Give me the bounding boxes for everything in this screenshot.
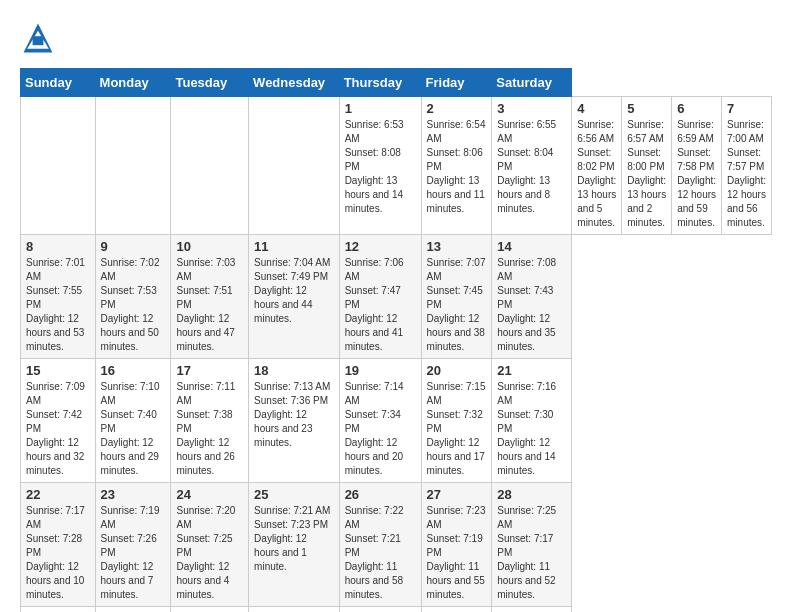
calendar-cell: 6 Sunrise: 6:59 AM Sunset: 7:58 PM Dayli…: [672, 97, 722, 235]
day-info: Sunrise: 7:22 AM Sunset: 7:21 PM Dayligh…: [345, 504, 416, 602]
day-info: Sunrise: 7:02 AM Sunset: 7:53 PM Dayligh…: [101, 256, 166, 354]
day-info: Sunrise: 7:14 AM Sunset: 7:34 PM Dayligh…: [345, 380, 416, 478]
calendar-cell: 21 Sunrise: 7:16 AM Sunset: 7:30 PM Dayl…: [492, 359, 572, 483]
calendar-cell: [249, 97, 340, 235]
col-header-wednesday: Wednesday: [249, 69, 340, 97]
calendar-cell: 26 Sunrise: 7:22 AM Sunset: 7:21 PM Dayl…: [339, 483, 421, 607]
svg-rect-2: [33, 36, 44, 45]
calendar-cell: [249, 607, 340, 613]
day-number: 7: [727, 101, 766, 116]
calendar-cell: 3 Sunrise: 6:55 AM Sunset: 8:04 PM Dayli…: [492, 97, 572, 235]
calendar-cell: [492, 607, 572, 613]
calendar-cell: 8 Sunrise: 7:01 AM Sunset: 7:55 PM Dayli…: [21, 235, 96, 359]
calendar-cell: 27 Sunrise: 7:23 AM Sunset: 7:19 PM Dayl…: [421, 483, 492, 607]
day-info: Sunrise: 6:54 AM Sunset: 8:06 PM Dayligh…: [427, 118, 487, 216]
day-number: 22: [26, 487, 90, 502]
day-number: 19: [345, 363, 416, 378]
calendar-cell: 1 Sunrise: 6:53 AM Sunset: 8:08 PM Dayli…: [339, 97, 421, 235]
day-info: Sunrise: 6:55 AM Sunset: 8:04 PM Dayligh…: [497, 118, 566, 216]
page-header: [20, 20, 772, 56]
day-info: Sunrise: 7:10 AM Sunset: 7:40 PM Dayligh…: [101, 380, 166, 478]
day-number: 10: [176, 239, 243, 254]
calendar-cell: 17 Sunrise: 7:11 AM Sunset: 7:38 PM Dayl…: [171, 359, 249, 483]
col-header-monday: Monday: [95, 69, 171, 97]
week-row-5: 29 Sunrise: 7:26 AM Sunset: 7:15 PM Dayl…: [21, 607, 772, 613]
day-info: Sunrise: 7:20 AM Sunset: 7:25 PM Dayligh…: [176, 504, 243, 602]
day-number: 21: [497, 363, 566, 378]
col-header-tuesday: Tuesday: [171, 69, 249, 97]
day-info: Sunrise: 7:15 AM Sunset: 7:32 PM Dayligh…: [427, 380, 487, 478]
logo-icon: [20, 20, 56, 56]
day-number: 16: [101, 363, 166, 378]
day-info: Sunrise: 7:11 AM Sunset: 7:38 PM Dayligh…: [176, 380, 243, 478]
day-number: 24: [176, 487, 243, 502]
calendar-cell: 18 Sunrise: 7:13 AM Sunset: 7:36 PM Dayl…: [249, 359, 340, 483]
day-number: 8: [26, 239, 90, 254]
calendar-cell: 30 Sunrise: 7:27 AM Sunset: 7:13 PM Dayl…: [95, 607, 171, 613]
calendar-cell: 29 Sunrise: 7:26 AM Sunset: 7:15 PM Dayl…: [21, 607, 96, 613]
calendar-cell: 24 Sunrise: 7:20 AM Sunset: 7:25 PM Dayl…: [171, 483, 249, 607]
day-info: Sunrise: 7:03 AM Sunset: 7:51 PM Dayligh…: [176, 256, 243, 354]
day-number: 17: [176, 363, 243, 378]
day-number: 11: [254, 239, 334, 254]
col-header-thursday: Thursday: [339, 69, 421, 97]
day-info: Sunrise: 7:09 AM Sunset: 7:42 PM Dayligh…: [26, 380, 90, 478]
calendar-cell: [95, 97, 171, 235]
calendar-cell: 14 Sunrise: 7:08 AM Sunset: 7:43 PM Dayl…: [492, 235, 572, 359]
calendar-cell: 23 Sunrise: 7:19 AM Sunset: 7:26 PM Dayl…: [95, 483, 171, 607]
day-info: Sunrise: 7:08 AM Sunset: 7:43 PM Dayligh…: [497, 256, 566, 354]
day-number: 9: [101, 239, 166, 254]
day-number: 20: [427, 363, 487, 378]
calendar-cell: 22 Sunrise: 7:17 AM Sunset: 7:28 PM Dayl…: [21, 483, 96, 607]
calendar-cell: [21, 97, 96, 235]
day-number: 6: [677, 101, 716, 116]
calendar-cell: 28 Sunrise: 7:25 AM Sunset: 7:17 PM Dayl…: [492, 483, 572, 607]
day-number: 4: [577, 101, 616, 116]
calendar-cell: 19 Sunrise: 7:14 AM Sunset: 7:34 PM Dayl…: [339, 359, 421, 483]
day-number: 14: [497, 239, 566, 254]
day-info: Sunrise: 7:19 AM Sunset: 7:26 PM Dayligh…: [101, 504, 166, 602]
calendar-cell: [339, 607, 421, 613]
day-number: 2: [427, 101, 487, 116]
day-number: 13: [427, 239, 487, 254]
calendar-cell: 16 Sunrise: 7:10 AM Sunset: 7:40 PM Dayl…: [95, 359, 171, 483]
day-info: Sunrise: 6:53 AM Sunset: 8:08 PM Dayligh…: [345, 118, 416, 216]
day-info: Sunrise: 6:59 AM Sunset: 7:58 PM Dayligh…: [677, 118, 716, 230]
calendar-header-row: SundayMondayTuesdayWednesdayThursdayFrid…: [21, 69, 772, 97]
calendar-cell: 13 Sunrise: 7:07 AM Sunset: 7:45 PM Dayl…: [421, 235, 492, 359]
calendar-cell: [171, 97, 249, 235]
calendar-cell: [171, 607, 249, 613]
day-number: 28: [497, 487, 566, 502]
day-info: Sunrise: 7:13 AM Sunset: 7:36 PM Dayligh…: [254, 380, 334, 450]
day-info: Sunrise: 6:56 AM Sunset: 8:02 PM Dayligh…: [577, 118, 616, 230]
col-header-saturday: Saturday: [492, 69, 572, 97]
day-info: Sunrise: 7:25 AM Sunset: 7:17 PM Dayligh…: [497, 504, 566, 602]
calendar-cell: 7 Sunrise: 7:00 AM Sunset: 7:57 PM Dayli…: [722, 97, 772, 235]
calendar-cell: 25 Sunrise: 7:21 AM Sunset: 7:23 PM Dayl…: [249, 483, 340, 607]
day-info: Sunrise: 6:57 AM Sunset: 8:00 PM Dayligh…: [627, 118, 666, 230]
calendar-cell: [421, 607, 492, 613]
col-header-friday: Friday: [421, 69, 492, 97]
day-info: Sunrise: 7:21 AM Sunset: 7:23 PM Dayligh…: [254, 504, 334, 574]
day-info: Sunrise: 7:07 AM Sunset: 7:45 PM Dayligh…: [427, 256, 487, 354]
day-info: Sunrise: 7:01 AM Sunset: 7:55 PM Dayligh…: [26, 256, 90, 354]
calendar-cell: 10 Sunrise: 7:03 AM Sunset: 7:51 PM Dayl…: [171, 235, 249, 359]
day-info: Sunrise: 7:17 AM Sunset: 7:28 PM Dayligh…: [26, 504, 90, 602]
day-number: 5: [627, 101, 666, 116]
day-number: 1: [345, 101, 416, 116]
day-number: 25: [254, 487, 334, 502]
calendar-cell: 4 Sunrise: 6:56 AM Sunset: 8:02 PM Dayli…: [572, 97, 622, 235]
calendar-cell: 11 Sunrise: 7:04 AM Sunset: 7:49 PM Dayl…: [249, 235, 340, 359]
day-number: 12: [345, 239, 416, 254]
calendar-table: SundayMondayTuesdayWednesdayThursdayFrid…: [20, 68, 772, 612]
day-info: Sunrise: 7:04 AM Sunset: 7:49 PM Dayligh…: [254, 256, 334, 326]
day-number: 23: [101, 487, 166, 502]
calendar-cell: 20 Sunrise: 7:15 AM Sunset: 7:32 PM Dayl…: [421, 359, 492, 483]
week-row-1: 1 Sunrise: 6:53 AM Sunset: 8:08 PM Dayli…: [21, 97, 772, 235]
week-row-2: 8 Sunrise: 7:01 AM Sunset: 7:55 PM Dayli…: [21, 235, 772, 359]
week-row-4: 22 Sunrise: 7:17 AM Sunset: 7:28 PM Dayl…: [21, 483, 772, 607]
day-number: 15: [26, 363, 90, 378]
day-info: Sunrise: 7:23 AM Sunset: 7:19 PM Dayligh…: [427, 504, 487, 602]
calendar-cell: 2 Sunrise: 6:54 AM Sunset: 8:06 PM Dayli…: [421, 97, 492, 235]
week-row-3: 15 Sunrise: 7:09 AM Sunset: 7:42 PM Dayl…: [21, 359, 772, 483]
